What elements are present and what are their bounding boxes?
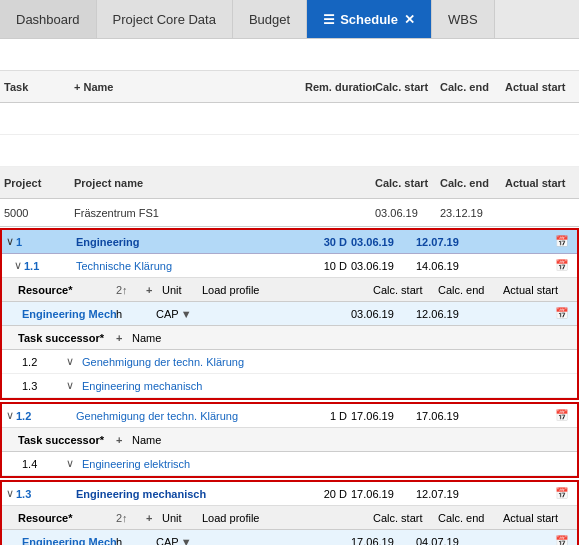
- successor-label-2: Task successor*: [6, 434, 116, 446]
- successor-item-1-4: 1.4 ∨ Engineering elektrisch: [2, 452, 577, 476]
- tab-schedule[interactable]: ☰ Schedule ✕: [307, 0, 432, 38]
- task-1-1-name: Technische Klärung: [76, 260, 281, 272]
- task-1-1-row: ∨ 1.1 Technische Klärung 10 D 03.06.19 1…: [2, 254, 577, 278]
- successor-num-1-3: 1.3: [6, 380, 66, 392]
- task-1-2-calc-end: 17.06.19: [416, 410, 481, 422]
- successor-header-2: Task successor* + Name: [2, 428, 577, 452]
- resource-calc-start-label-1: Calc. start: [373, 284, 438, 296]
- tab-budget[interactable]: Budget: [233, 0, 307, 38]
- resource-label-1: Resource*: [6, 284, 116, 296]
- project-name: Fräszentrum FS1: [74, 207, 305, 219]
- task-1-1-chevron[interactable]: ∨ 1.1: [6, 259, 76, 272]
- task-1-3-calendar[interactable]: 📅: [551, 487, 573, 500]
- col-actual-start: Actual start: [505, 81, 575, 93]
- col-rem-duration: Rem. duration: [305, 81, 375, 93]
- task-1-2-calc-start: 17.06.19: [351, 410, 416, 422]
- resource-calc-end-label-2: Calc. end: [438, 512, 503, 524]
- resource-count-1: 2↑: [116, 284, 146, 296]
- successor-label-1: Task successor*: [6, 332, 116, 344]
- successor-plus-2[interactable]: +: [116, 434, 132, 446]
- chevron-1-3-main-icon: ∨: [6, 487, 14, 500]
- resource-data-2: Engineering Mechanic h CAP ▼ 17.06.19 04…: [2, 530, 577, 545]
- col-header-row: Task + Name Rem. duration Calc. start Ca…: [0, 71, 579, 103]
- tab-dashboard[interactable]: Dashboard: [0, 0, 97, 38]
- task-1-2-row: ∨ 1.2 Genehmigung der techn. Klärung 1 D…: [2, 404, 577, 428]
- load-dropdown-1[interactable]: ▼: [181, 308, 192, 320]
- tab-dashboard-label: Dashboard: [16, 12, 80, 27]
- resource-actual-label-1: Actual start: [503, 284, 573, 296]
- section-1: ∨ 1 Engineering 30 D 03.06.19 12.07.19 📅…: [0, 228, 579, 400]
- successor-num-1-2: 1.2: [6, 356, 66, 368]
- task-1-2-num: 1.2: [16, 410, 31, 422]
- tab-project-core-data[interactable]: Project Core Data: [97, 0, 233, 38]
- task-1-calc-start: 03.06.19: [351, 236, 416, 248]
- task-1-3-rem: 20 D: [281, 488, 351, 500]
- task-1-1-num: 1.1: [24, 260, 39, 272]
- resource-data-1: Engineering Mechanic h CAP ▼ 03.06.19 12…: [2, 302, 577, 326]
- task-1-calc-end: 12.07.19: [416, 236, 481, 248]
- chevron-1-1-icon: ∨: [14, 259, 22, 272]
- resource-plus-2[interactable]: +: [146, 512, 162, 524]
- task-1-num: 1: [16, 236, 22, 248]
- successor-chevron-1-3: ∨: [66, 379, 82, 392]
- resource-calc-start-1: 03.06.19: [351, 308, 416, 320]
- project-data-row: 5000 Fräszentrum FS1 03.06.19 23.12.19: [0, 199, 579, 227]
- resource-count-2: 2↑: [116, 512, 146, 524]
- resource-header-2: Resource* 2↑ + Unit Load profile Calc. s…: [2, 506, 577, 530]
- tab-wbs[interactable]: WBS: [432, 0, 495, 38]
- task-1-2-calendar[interactable]: 📅: [551, 409, 573, 422]
- task-1-3-name: Engineering mechanisch: [76, 488, 281, 500]
- close-icon[interactable]: ✕: [404, 12, 415, 27]
- task-1-chevron[interactable]: ∨ 1: [6, 235, 76, 248]
- task-1-3-chevron[interactable]: ∨ 1.3: [6, 487, 76, 500]
- task-1-3-calc-end: 12.07.19: [416, 488, 481, 500]
- successor-name-1-3: Engineering mechanisch: [82, 380, 202, 392]
- project-actual-label: Actual start: [505, 177, 575, 189]
- task-1-2-chevron[interactable]: ∨ 1.2: [6, 409, 76, 422]
- tab-bar: Dashboard Project Core Data Budget ☰ Sch…: [0, 0, 579, 39]
- task-1-calendar[interactable]: 📅: [551, 235, 573, 248]
- project-name-label: Project name: [74, 177, 305, 189]
- project-label-row: Project Project name Calc. start Calc. e…: [0, 167, 579, 199]
- resource-unit-label-1: Unit: [162, 284, 202, 296]
- successor-name-1-4: Engineering elektrisch: [82, 458, 190, 470]
- task-1-1-rem: 10 D: [281, 260, 351, 272]
- tab-budget-label: Budget: [249, 12, 290, 27]
- resource-load-1: CAP ▼: [156, 308, 206, 320]
- successor-name-1-2: Genehmigung der techn. Klärung: [82, 356, 244, 368]
- resource-name-2: Engineering Mechanic: [6, 536, 116, 546]
- resource-calc-end-2: 04.07.19: [416, 536, 481, 546]
- resource-label-2: Resource*: [6, 512, 116, 524]
- resource-calendar-2[interactable]: 📅: [551, 535, 573, 545]
- project-calc-start: 03.06.19: [375, 207, 440, 219]
- col-calc-start: Calc. start: [375, 81, 440, 93]
- resource-calc-start-2: 17.06.19: [351, 536, 416, 546]
- task-1-1-calc-end: 14.06.19: [416, 260, 481, 272]
- resource-calc-start-label-2: Calc. start: [373, 512, 438, 524]
- load-value-2: CAP: [156, 536, 179, 546]
- task-1-3-num: 1.3: [16, 488, 31, 500]
- task-1-1-calendar[interactable]: 📅: [551, 259, 573, 272]
- task-1-1-calc-start: 03.06.19: [351, 260, 416, 272]
- successor-header-1: Task successor* + Name: [2, 326, 577, 350]
- chevron-1-2-main-icon: ∨: [6, 409, 14, 422]
- resource-actual-label-2: Actual start: [503, 512, 573, 524]
- load-value-1: CAP: [156, 308, 179, 320]
- successor-chevron-1-4: ∨: [66, 457, 82, 470]
- tab-schedule-label: Schedule: [340, 12, 398, 27]
- load-dropdown-2[interactable]: ▼: [181, 536, 192, 546]
- resource-calendar-1[interactable]: 📅: [551, 307, 573, 320]
- successor-plus-1[interactable]: +: [116, 332, 132, 344]
- resource-plus-1[interactable]: +: [146, 284, 162, 296]
- hamburger-icon: ☰: [323, 12, 335, 27]
- resource-name-1: Engineering Mechanic: [6, 308, 116, 320]
- resource-unit-label-2: Unit: [162, 512, 202, 524]
- col-task: Task: [4, 81, 74, 93]
- task-1-2-rem: 1 D: [281, 410, 351, 422]
- task-1-row: ∨ 1 Engineering 30 D 03.06.19 12.07.19 📅: [2, 230, 577, 254]
- app-container: Dashboard Project Core Data Budget ☰ Sch…: [0, 0, 579, 545]
- section-2: ∨ 1.2 Genehmigung der techn. Klärung 1 D…: [0, 402, 579, 478]
- resource-load-label-2: Load profile: [202, 512, 373, 524]
- project-calc-end: 23.12.19: [440, 207, 505, 219]
- task-1-3-row: ∨ 1.3 Engineering mechanisch 20 D 17.06.…: [2, 482, 577, 506]
